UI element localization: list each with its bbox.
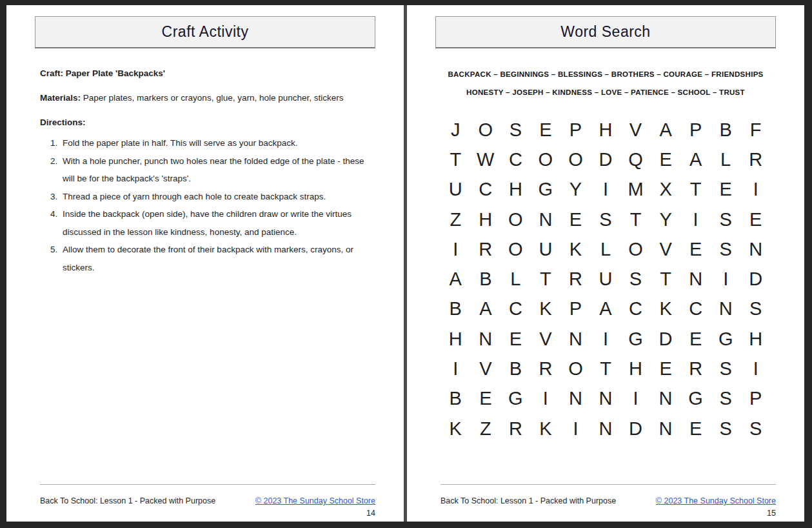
grid-letter: Z (441, 205, 471, 234)
grid-letter: B (711, 115, 741, 145)
grid-letter: E (680, 324, 711, 354)
grid-letter: P (740, 384, 771, 414)
materials-line: Materials: Paper plates, markers or cray… (40, 94, 374, 103)
grid-letter: N (680, 264, 711, 294)
direction-item: Fold the paper plate in half. This will … (52, 134, 374, 152)
grid-letter: Y (651, 205, 681, 234)
grid-letter: K (531, 294, 561, 324)
grid-letter: N (651, 384, 681, 414)
grid-letter: U (441, 175, 471, 205)
grid-letter: T (591, 354, 621, 383)
craft-value: Paper Plate 'Backpacks' (63, 68, 165, 78)
grid-letter: C (680, 294, 711, 324)
grid-letter: N (740, 234, 771, 264)
word-search-grid: JOSEPHVAPBFTWCOODQEALRUCHGYIMXTEIZHONEST… (441, 115, 771, 443)
direction-item: With a hole puncher, punch two holes nea… (52, 152, 374, 188)
grid-letter: R (740, 145, 771, 174)
grid-letter: S (711, 354, 741, 383)
grid-letter: N (591, 384, 621, 414)
right-page-footer: Back To School: Lesson 1 - Packed with P… (441, 484, 776, 518)
pdf-viewer: Craft Activity Craft: Paper Plate 'Backp… (0, 0, 812, 528)
grid-letter: N (591, 414, 621, 443)
grid-letter: C (620, 294, 651, 324)
page-word-search: Word Search BACKPACK – BEGINNINGS – BLES… (407, 5, 804, 522)
grid-letter: S (591, 205, 621, 234)
grid-letter: B (441, 384, 471, 414)
footer-divider (40, 484, 375, 485)
page-craft-activity: Craft Activity Craft: Paper Plate 'Backp… (6, 5, 404, 522)
grid-letter: R (680, 354, 711, 383)
grid-letter: E (500, 324, 531, 354)
grid-letter: V (651, 234, 681, 264)
craft-label: Craft: (40, 68, 63, 78)
grid-letter: D (740, 264, 771, 294)
grid-letter: H (740, 324, 771, 354)
craft-content: Craft: Paper Plate 'Backpacks' Materials… (6, 48, 404, 276)
grid-letter: A (471, 294, 501, 324)
footer-divider (441, 484, 776, 485)
grid-letter: P (560, 115, 591, 145)
grid-letter: I (711, 264, 741, 294)
grid-letter: A (441, 264, 471, 294)
grid-letter: I (441, 354, 471, 383)
grid-letter: E (680, 414, 711, 443)
grid-letter: E (711, 175, 741, 205)
grid-letter: D (651, 324, 681, 354)
left-page-footer: Back To School: Lesson 1 - Packed with P… (40, 484, 375, 518)
grid-letter: R (531, 354, 561, 383)
materials-label: Materials: (40, 93, 81, 103)
grid-letter: L (500, 264, 531, 294)
craft-line: Craft: Paper Plate 'Backpacks' (40, 69, 374, 78)
grid-letter: C (500, 294, 531, 324)
grid-letter: E (651, 354, 681, 383)
grid-letter: E (471, 384, 501, 414)
grid-letter: M (620, 175, 651, 205)
grid-letter: N (651, 414, 681, 443)
grid-letter: O (500, 234, 531, 264)
grid-letter: S (711, 384, 741, 414)
copyright-link[interactable]: © 2023 The Sunday School Store (656, 496, 776, 505)
grid-letter: H (591, 115, 621, 145)
footer-lesson-title: Back To School: Lesson 1 - Packed with P… (40, 496, 215, 505)
grid-letter: E (560, 205, 591, 234)
craft-activity-title-box: Craft Activity (35, 16, 375, 48)
grid-letter: N (471, 324, 501, 354)
grid-letter: G (620, 324, 651, 354)
word-search-title-box: Word Search (435, 16, 776, 48)
grid-letter: W (471, 145, 501, 174)
direction-item: Allow them to decorate the front of thei… (52, 241, 374, 276)
grid-letter: K (560, 234, 591, 264)
grid-letter: S (740, 294, 771, 324)
grid-letter: B (441, 294, 471, 324)
grid-letter: I (740, 175, 771, 205)
grid-letter: K (441, 414, 471, 443)
word-bank-line: BACKPACK – BEGINNINGS – BLESSINGS – BROT… (407, 65, 804, 83)
grid-letter: S (500, 115, 531, 145)
directions-list: Fold the paper plate in half. This will … (52, 134, 374, 276)
grid-letter: G (500, 384, 531, 414)
grid-letter: R (471, 234, 501, 264)
grid-letter: O (471, 115, 501, 145)
grid-letter: H (471, 205, 501, 234)
grid-letter: I (591, 175, 621, 205)
grid-letter: O (560, 354, 591, 383)
grid-letter: T (620, 205, 651, 234)
grid-letter: C (500, 145, 531, 174)
grid-letter: K (531, 414, 561, 443)
direction-item: Inside the backpack (open side), have th… (52, 205, 374, 241)
grid-letter: V (531, 324, 561, 354)
grid-letter: G (711, 324, 741, 354)
grid-letter: T (680, 175, 711, 205)
grid-letter: O (560, 145, 591, 174)
grid-letter: T (531, 264, 561, 294)
grid-letter: V (471, 354, 501, 383)
grid-letter: A (591, 294, 621, 324)
grid-letter: P (680, 115, 711, 145)
copyright-link[interactable]: © 2023 The Sunday School Store (255, 496, 375, 505)
page-title: Craft Activity (162, 23, 249, 41)
word-bank: BACKPACK – BEGINNINGS – BLESSINGS – BROT… (407, 65, 804, 101)
grid-letter: I (560, 414, 591, 443)
grid-letter: Y (560, 175, 591, 205)
grid-letter: U (531, 234, 561, 264)
grid-letter: S (711, 234, 741, 264)
